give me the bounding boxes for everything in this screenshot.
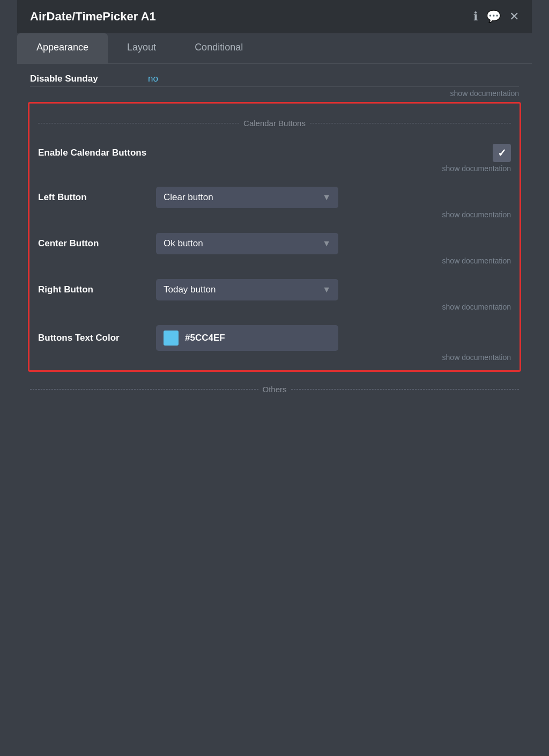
header-icons: ℹ 💬 ✕ — [473, 10, 519, 24]
disable-sunday-value: no — [148, 74, 519, 84]
tab-layout[interactable]: Layout — [108, 33, 175, 63]
center-button-show-doc[interactable]: show documentation — [38, 254, 511, 269]
color-swatch — [164, 331, 179, 346]
enable-calendar-buttons-checkbox-container: ✓ — [156, 144, 511, 162]
center-button-arrow-icon: ▼ — [322, 239, 331, 248]
color-hex-value: #5CC4EF — [185, 333, 225, 343]
buttons-text-color-label: Buttons Text Color — [38, 333, 156, 343]
enable-calendar-buttons-row: Enable Calendar Buttons ✓ — [38, 134, 511, 162]
left-button-dropdown[interactable]: Clear button ▼ — [156, 187, 338, 208]
center-button-row: Center Button Ok button ▼ — [38, 223, 511, 254]
right-button-arrow-icon: ▼ — [322, 285, 331, 295]
calendar-buttons-divider: Calendar Buttons — [38, 119, 511, 128]
comment-icon[interactable]: 💬 — [486, 10, 501, 24]
right-button-label: Right Button — [38, 284, 156, 295]
disable-sunday-label: Disable Sunday — [30, 74, 148, 84]
tab-conditional[interactable]: Conditional — [175, 33, 262, 63]
close-icon[interactable]: ✕ — [509, 10, 519, 24]
info-icon[interactable]: ℹ — [473, 10, 478, 24]
left-button-row: Left Button Clear button ▼ — [38, 177, 511, 208]
left-button-arrow-icon: ▼ — [322, 193, 331, 202]
right-button-dropdown[interactable]: Today button ▼ — [156, 279, 338, 300]
center-button-dropdown[interactable]: Ok button ▼ — [156, 233, 338, 254]
tabs-bar: Appearance Layout Conditional — [17, 33, 532, 64]
others-divider: Others — [30, 385, 519, 394]
calendar-buttons-title: Calendar Buttons — [239, 119, 310, 128]
calendar-buttons-section: Calendar Buttons Enable Calendar Buttons… — [28, 102, 521, 372]
left-button-label: Left Button — [38, 192, 156, 203]
enable-calendar-buttons-checkbox[interactable]: ✓ — [493, 144, 511, 162]
panel-header: AirDate/TimePicker A1 ℹ 💬 ✕ — [17, 0, 532, 33]
left-button-show-doc[interactable]: show documentation — [38, 208, 511, 223]
buttons-text-color-show-doc[interactable]: show documentation — [38, 351, 511, 366]
panel-title: AirDate/TimePicker A1 — [30, 10, 156, 24]
right-button-value: Today button — [164, 284, 216, 295]
center-button-value: Ok button — [164, 238, 203, 249]
disable-sunday-row: Disable Sunday no — [30, 64, 519, 87]
buttons-text-color-field[interactable]: #5CC4EF — [156, 325, 338, 351]
left-button-value: Clear button — [164, 192, 213, 203]
enable-calendar-buttons-label: Enable Calendar Buttons — [38, 148, 156, 158]
checkbox-checkmark: ✓ — [498, 146, 507, 159]
others-title: Others — [258, 385, 291, 394]
tab-appearance[interactable]: Appearance — [17, 33, 108, 63]
right-button-show-doc[interactable]: show documentation — [38, 300, 511, 315]
right-button-row: Right Button Today button ▼ — [38, 269, 511, 300]
center-button-label: Center Button — [38, 238, 156, 249]
panel: AirDate/TimePicker A1 ℹ 💬 ✕ Appearance L… — [17, 0, 532, 413]
disable-sunday-show-doc[interactable]: show documentation — [30, 87, 519, 102]
buttons-text-color-row: Buttons Text Color #5CC4EF — [38, 315, 511, 351]
content-area: Disable Sunday no show documentation Cal… — [17, 64, 532, 413]
enable-calendar-buttons-show-doc[interactable]: show documentation — [38, 162, 511, 177]
